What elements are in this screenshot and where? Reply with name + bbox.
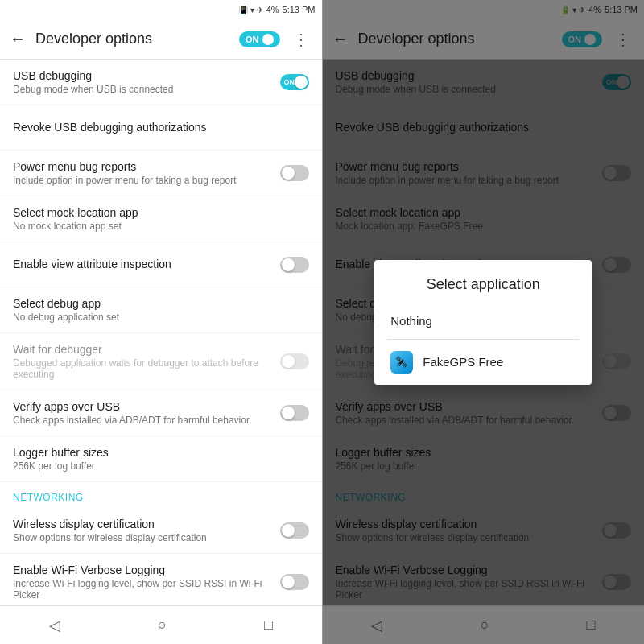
nav-back-left[interactable]: ◁	[33, 610, 76, 641]
more-button-left[interactable]: ⋮	[287, 27, 316, 52]
top-bar-left: ← Developer options ON ⋮	[0, 19, 322, 60]
dialog-item-fakegps[interactable]: 🛰 FakeGPS Free	[374, 340, 592, 385]
modal-overlay[interactable]: Select application Nothing 🛰 FakeGPS Fre…	[323, 0, 645, 644]
developer-toggle-left[interactable]: ON	[239, 31, 280, 47]
toggle-switch[interactable]	[280, 165, 309, 181]
setting-item-revoke-usb[interactable]: Revoke USB debugging authorizations	[0, 105, 322, 151]
setting-item-wait-debugger[interactable]: Wait for debuggerDebugged application wa…	[0, 333, 322, 390]
networking-header: NETWORKING	[0, 482, 322, 508]
dialog-title: Select application	[374, 260, 592, 303]
setting-item-wireless-display[interactable]: Wireless display certificationShow optio…	[0, 508, 322, 554]
battery-left: 4%	[266, 5, 279, 14]
setting-item-logger-buffer[interactable]: Logger buffer sizes256K per log buffer	[0, 436, 322, 482]
setting-title: Revoke USB debugging authorizations	[13, 121, 309, 134]
setting-subtitle: Debug mode when USB is connected	[13, 84, 280, 95]
setting-item-usb-debugging[interactable]: USB debuggingDebug mode when USB is conn…	[0, 60, 322, 105]
wifi-icon: ▾	[250, 6, 254, 14]
vibrate-icon: 📳	[238, 6, 248, 14]
setting-item-wifi-verbose[interactable]: Enable Wi-Fi Verbose LoggingIncrease Wi-…	[0, 554, 322, 605]
status-icons-left: 📳 ▾ ✈	[238, 6, 263, 14]
status-bar-left: 📳 ▾ ✈ 4% 5:13 PM	[0, 0, 322, 19]
fakegps-label: FakeGPS Free	[423, 355, 503, 369]
setting-subtitle: No mock location app set	[13, 221, 309, 232]
toggle-switch[interactable]	[280, 257, 309, 273]
dialog-item-nothing[interactable]: Nothing	[374, 303, 592, 339]
bottom-nav-left: ◁ ○ □	[0, 605, 322, 644]
setting-subtitle: 256K per log buffer	[13, 460, 309, 472]
airplane-icon: ✈	[257, 6, 263, 14]
setting-title: USB debugging	[13, 69, 280, 82]
setting-title: Wireless display certification	[13, 518, 280, 530]
settings-list-left: USB debuggingDebug mode when USB is conn…	[0, 60, 322, 605]
toggle-switch[interactable]	[280, 574, 309, 590]
fakegps-icon: 🛰	[390, 351, 413, 374]
setting-title: Enable Wi-Fi Verbose Logging	[13, 564, 280, 576]
nothing-label: Nothing	[390, 314, 432, 328]
setting-title: Enable view attribute inspection	[13, 258, 280, 270]
right-panel: 🔋 ▾ ✈ 4% 5:13 PM ← Developer options ON …	[323, 0, 645, 644]
toggle-switch[interactable]	[280, 353, 309, 369]
nav-home-left[interactable]: ○	[142, 610, 183, 640]
setting-item-view-attribute[interactable]: Enable view attribute inspection	[0, 242, 322, 287]
select-application-dialog: Select application Nothing 🛰 FakeGPS Fre…	[374, 260, 592, 385]
nav-recent-left[interactable]: □	[248, 610, 289, 640]
time-left: 5:13 PM	[283, 5, 316, 14]
setting-title: Select mock location app	[13, 206, 309, 219]
setting-title: Select debug app	[13, 297, 309, 310]
setting-item-mock-location[interactable]: Select mock location appNo mock location…	[0, 196, 322, 242]
setting-subtitle: Include option in power menu for taking …	[13, 175, 280, 186]
setting-subtitle: No debug application set	[13, 312, 309, 323]
setting-item-debug-app[interactable]: Select debug appNo debug application set	[0, 287, 322, 333]
left-panel: 📳 ▾ ✈ 4% 5:13 PM ← Developer options ON …	[0, 0, 322, 644]
setting-subtitle: Check apps installed via ADB/ADT for har…	[13, 415, 280, 426]
page-title-left: Developer options	[35, 31, 239, 47]
toggle-switch[interactable]: ON	[280, 74, 309, 90]
setting-item-verify-apps[interactable]: Verify apps over USBCheck apps installed…	[0, 390, 322, 436]
toggle-switch[interactable]	[280, 522, 309, 539]
setting-title: Logger buffer sizes	[13, 446, 309, 459]
setting-item-power-menu-bug[interactable]: Power menu bug reportsInclude option in …	[0, 151, 322, 196]
back-button-left[interactable]: ←	[6, 27, 29, 52]
setting-subtitle: Show options for wireless display certif…	[13, 532, 280, 543]
setting-title: Power menu bug reports	[13, 160, 280, 173]
setting-title: Verify apps over USB	[13, 400, 280, 413]
setting-subtitle: Debugged application waits for debugger …	[13, 357, 280, 380]
setting-subtitle: Increase Wi-Fi logging level, show per S…	[13, 578, 280, 601]
setting-title: Wait for debugger	[13, 343, 280, 356]
toggle-switch[interactable]	[280, 405, 309, 421]
